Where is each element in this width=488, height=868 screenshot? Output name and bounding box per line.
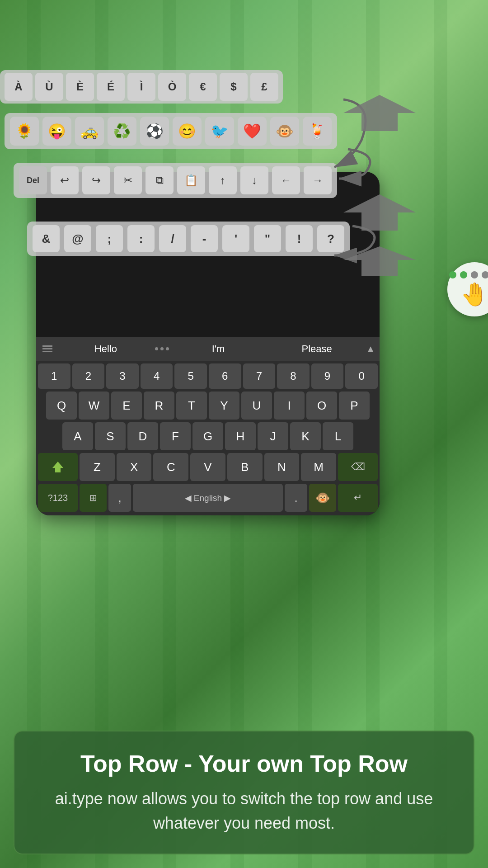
accent-euro[interactable]: € <box>189 73 217 101</box>
key-l[interactable]: L <box>323 422 353 450</box>
emoji-row: 🌻 😜 🚕 ♻️ ⚽ 😊 🐦 ❤️ 🐵 🍹 <box>5 113 337 149</box>
period-key[interactable]: . <box>285 484 307 512</box>
key-t[interactable]: T <box>176 392 207 420</box>
emoji-smile[interactable]: 😊 <box>173 117 202 146</box>
move-down-key[interactable]: ↓ <box>240 166 268 194</box>
emoji-sunflower[interactable]: 🌻 <box>10 117 39 146</box>
key-9[interactable]: 9 <box>311 363 344 389</box>
key-4[interactable]: 4 <box>141 363 173 389</box>
key-w[interactable]: W <box>79 392 109 420</box>
keyboard-container: Hello I'm Please ▲ 1 2 3 4 5 6 7 8 <box>36 337 380 515</box>
key-e[interactable]: E <box>111 392 142 420</box>
dot-3 <box>471 271 478 278</box>
move-up-key[interactable]: ↑ <box>209 166 237 194</box>
accent-U[interactable]: Ù <box>35 73 63 101</box>
expand-icon[interactable] <box>41 342 54 356</box>
sym-key[interactable]: ?123 <box>38 484 78 512</box>
char-apostrophe[interactable]: ' <box>222 225 249 252</box>
key-b[interactable]: B <box>227 453 263 481</box>
accent-dollar[interactable]: $ <box>220 73 248 101</box>
char-quote[interactable]: " <box>254 225 281 252</box>
comma-key[interactable]: , <box>108 484 131 512</box>
accent-pound[interactable]: £ <box>250 73 278 101</box>
move-right-key[interactable]: → <box>304 166 332 194</box>
accent-I[interactable]: Ì <box>127 73 155 101</box>
swipe-indicator: 🤚 <box>447 262 488 316</box>
key-6[interactable]: 6 <box>209 363 241 389</box>
move-left-key[interactable]: ← <box>272 166 300 194</box>
key-c[interactable]: C <box>153 453 188 481</box>
accent-E-grave[interactable]: È <box>66 73 94 101</box>
key-u[interactable]: U <box>241 392 272 420</box>
accent-A[interactable]: À <box>5 73 33 101</box>
key-x[interactable]: X <box>117 453 152 481</box>
key-2[interactable]: 2 <box>72 363 105 389</box>
key-h[interactable]: H <box>225 422 256 450</box>
key-v[interactable]: V <box>190 453 225 481</box>
accent-O[interactable]: Ò <box>158 73 186 101</box>
copy-key[interactable]: ⧉ <box>145 166 174 194</box>
qwerty-row-1: Q W E R T Y U I O P <box>36 390 380 421</box>
key-z[interactable]: Z <box>80 453 115 481</box>
qwerty-row-2: A S D F G H J K L <box>36 421 380 452</box>
emoji-taxi[interactable]: 🚕 <box>75 117 104 146</box>
emoji-key[interactable]: 🐵 <box>309 484 336 512</box>
enter-key[interactable]: ↵ <box>338 484 378 512</box>
key-r[interactable]: R <box>144 392 174 420</box>
key-n[interactable]: N <box>264 453 300 481</box>
key-q[interactable]: Q <box>46 392 77 420</box>
key-i[interactable]: I <box>274 392 305 420</box>
layout-key[interactable]: ⊞ <box>80 484 107 512</box>
swipe-dots <box>449 271 488 278</box>
emoji-bird[interactable]: 🐦 <box>205 117 234 146</box>
key-0[interactable]: 0 <box>345 363 378 389</box>
emoji-tongue[interactable]: 😜 <box>42 117 71 146</box>
emoji-monkey[interactable]: 🐵 <box>270 117 299 146</box>
key-p[interactable]: P <box>339 392 370 420</box>
char-question[interactable]: ? <box>317 225 344 252</box>
key-o[interactable]: O <box>306 392 337 420</box>
key-a[interactable]: A <box>62 422 93 450</box>
emoji-recycle[interactable]: ♻️ <box>108 117 136 146</box>
redo-key[interactable]: ↪ <box>82 166 110 194</box>
backspace-key[interactable]: ⌫ <box>338 453 378 481</box>
key-y[interactable]: Y <box>209 392 239 420</box>
char-semicolon[interactable]: ; <box>96 225 123 252</box>
suggestion-bar[interactable]: Hello I'm Please ▲ <box>36 337 380 361</box>
dot-4 <box>482 271 488 278</box>
expand-up-icon[interactable]: ▲ <box>366 344 375 354</box>
emoji-soccer[interactable]: ⚽ <box>140 117 169 146</box>
key-f[interactable]: F <box>160 422 191 450</box>
char-at[interactable]: @ <box>64 225 91 252</box>
key-7[interactable]: 7 <box>243 363 276 389</box>
shift-key[interactable] <box>38 453 78 481</box>
key-d[interactable]: D <box>127 422 158 450</box>
key-1[interactable]: 1 <box>38 363 70 389</box>
char-ampersand[interactable]: & <box>33 225 60 252</box>
char-slash[interactable]: / <box>159 225 186 252</box>
emoji-cocktail[interactable]: 🍹 <box>303 117 332 146</box>
key-3[interactable]: 3 <box>106 363 139 389</box>
undo-key[interactable]: ↩ <box>51 166 79 194</box>
info-panel: Top Row - Your own Top Row ai.type now a… <box>14 731 474 854</box>
action-row: Del ↩ ↪ ✂ ⧉ 📋 ↑ ↓ ← → <box>14 163 337 198</box>
paste-key[interactable]: 📋 <box>177 166 205 194</box>
key-5[interactable]: 5 <box>174 363 207 389</box>
cut-key[interactable]: ✂ <box>114 166 142 194</box>
del-key[interactable]: Del <box>19 166 47 194</box>
space-key[interactable]: ◀ English ▶ <box>133 484 283 512</box>
key-k[interactable]: K <box>290 422 321 450</box>
key-j[interactable]: J <box>258 422 288 450</box>
key-g[interactable]: G <box>192 422 223 450</box>
suggestion-item-3[interactable]: Please <box>267 343 366 355</box>
key-m[interactable]: M <box>301 453 336 481</box>
char-dash[interactable]: - <box>191 225 218 252</box>
char-exclaim[interactable]: ! <box>286 225 313 252</box>
accent-E-acute[interactable]: É <box>97 73 125 101</box>
key-s[interactable]: S <box>95 422 126 450</box>
emoji-heart[interactable]: ❤️ <box>238 117 267 146</box>
suggestion-item-2[interactable]: I'm <box>169 343 267 355</box>
key-8[interactable]: 8 <box>277 363 310 389</box>
suggestion-item-1[interactable]: Hello <box>56 343 155 355</box>
char-colon[interactable]: : <box>127 225 155 252</box>
